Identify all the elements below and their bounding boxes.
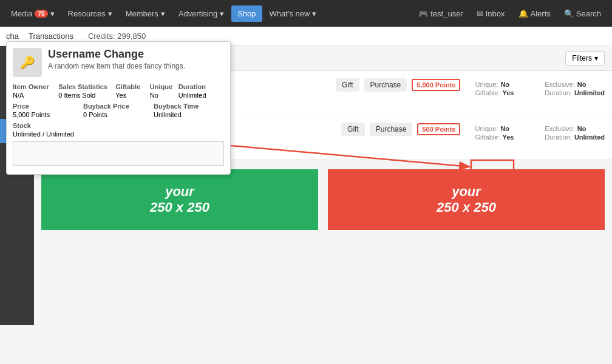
stat-unique: Unique: No — [475, 81, 535, 88]
item-stats-move-thread: Unique: No Exclusive: No Giftable: Yes D… — [475, 125, 605, 141]
nav-alerts[interactable]: 🔔 Alerts — [512, 5, 557, 22]
bell-icon: 🔔 — [518, 9, 528, 18]
tooltip-title: Username Change — [48, 48, 185, 61]
val-buyback-price: 0 Points — [83, 111, 154, 118]
credits-display: Credits: 299,850 — [88, 32, 146, 41]
stat-duration-mt: Duration: Unlimited — [545, 133, 605, 141]
val-giftable: Yes — [115, 92, 149, 99]
val-price: 5,000 Points — [13, 111, 83, 118]
th-buyback-time: Buyback Time — [154, 103, 224, 110]
search-icon: 🔍 — [564, 9, 574, 18]
val-unique: No — [150, 92, 178, 99]
th-sales-stats: Sales Statistics — [58, 83, 115, 90]
tooltip-title-block: Username Change A random new item that d… — [48, 48, 185, 70]
nav-right: 🎮 test_user ✉ Inbox 🔔 Alerts 🔍 Search — [412, 5, 607, 22]
purchase-button-username-change[interactable]: Purchase — [364, 78, 407, 92]
th-duration: Duration — [178, 83, 224, 90]
stat-unique-mt: Unique: No — [475, 125, 535, 132]
val-stock: Unlimited / Unlimited — [13, 130, 224, 138]
val-buyback-time: Unlimited — [154, 111, 224, 118]
stat-duration: Duration: Unlimited — [545, 89, 605, 96]
ad-green-text: your250 x 250 — [150, 184, 209, 215]
tooltip-stats-headers: Item Owner Sales Statistics Giftable Uni… — [13, 83, 224, 90]
th-giftable: Giftable — [115, 83, 149, 90]
th-price: Price — [13, 103, 83, 110]
top-navigation: Media 70 ▾ Resources ▾ Members ▾ Adverti… — [0, 0, 612, 27]
price-badge-username-change: 5,000 Points — [412, 79, 460, 91]
nav-shop[interactable]: Shop — [231, 5, 262, 22]
gift-button-move-thread[interactable]: Gift — [341, 123, 365, 136]
stat-exclusive-mt: Exclusive: No — [545, 125, 605, 132]
val-item-owner: N/A — [13, 92, 58, 99]
tooltip-popup: 🔑 Username Change A random new item that… — [6, 41, 231, 175]
nav-advertising[interactable]: Advertising ▾ — [172, 5, 230, 22]
purchase-button-move-thread[interactable]: Purchase — [370, 123, 413, 136]
filters-button[interactable]: Filters ▾ — [565, 51, 605, 66]
nav-members[interactable]: Members ▾ — [120, 5, 171, 22]
th-buyback-price: Buyback Price — [83, 103, 154, 110]
tooltip-price-headers: Price Buyback Price Buyback Time — [13, 103, 224, 110]
ad-red-text: your250 x 250 — [437, 184, 496, 215]
gift-button-username-change[interactable]: Gift — [336, 78, 359, 92]
tooltip-stats-vals: N/A 0 Items Sold Yes No Unlimited — [13, 92, 224, 99]
th-unique: Unique — [150, 83, 178, 90]
price-badge-move-thread: 500 Points — [417, 123, 460, 135]
media-badge: 70 — [35, 10, 47, 18]
tooltip-header: 🔑 Username Change A random new item that… — [13, 48, 224, 77]
stat-giftable-mt: Giftable: Yes — [475, 133, 535, 141]
item-actions-move-thread: Gift Purchase 500 Points — [341, 123, 460, 136]
stat-exclusive: Exclusive: No — [545, 81, 605, 88]
ad-red[interactable]: your250 x 250 — [328, 169, 605, 230]
chevron-down-icon: ▾ — [594, 54, 598, 62]
nav-search[interactable]: 🔍 Search — [558, 5, 607, 22]
controller-icon: 🎮 — [418, 9, 428, 18]
stat-giftable: Giftable: Yes — [475, 89, 535, 96]
nav-whats-new[interactable]: What's new ▾ — [264, 5, 323, 22]
nav-inbox[interactable]: ✉ Inbox — [471, 5, 511, 22]
item-actions-username-change: Gift Purchase 5,000 Points — [336, 78, 461, 92]
th-item-owner: Item Owner — [13, 83, 58, 90]
val-duration: Unlimited — [178, 92, 224, 99]
tooltip-item-icon: 🔑 — [13, 48, 42, 77]
tooltip-description: A random new item that does fancy things… — [48, 62, 185, 70]
item-stats-username-change: Unique: No Exclusive: No Giftable: Yes D… — [475, 81, 605, 96]
th-stock: Stock — [13, 122, 224, 129]
envelope-icon: ✉ — [477, 9, 483, 18]
val-items-sold: 0 Items Sold — [58, 92, 115, 99]
nav-resources[interactable]: Resources ▾ — [62, 5, 118, 22]
nav-media[interactable]: Media 70 ▾ — [5, 5, 61, 22]
tooltip-price-vals: 5,000 Points 0 Points Unlimited — [13, 111, 224, 118]
ad-green[interactable]: your250 x 250 — [41, 169, 318, 230]
tooltip-input-box[interactable] — [13, 141, 224, 166]
nav-user[interactable]: 🎮 test_user — [412, 5, 469, 22]
